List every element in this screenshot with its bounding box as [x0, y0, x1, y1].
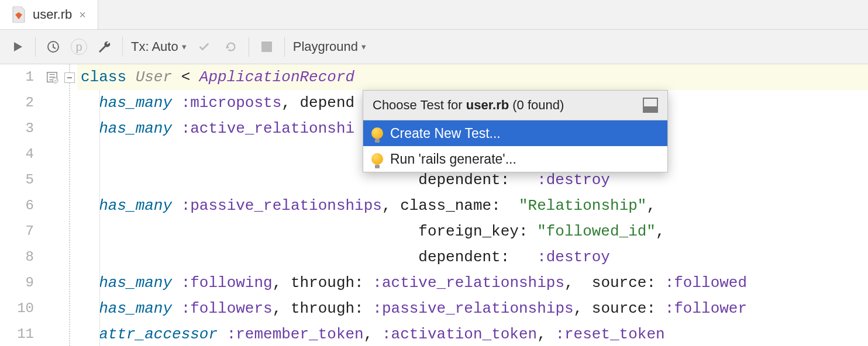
line-number: 7	[0, 219, 41, 244]
line-number: 1	[0, 64, 41, 90]
playground-dropdown[interactable]: Playground ▾	[293, 39, 366, 54]
ruby-file-icon	[12, 6, 26, 23]
wrench-icon[interactable]	[95, 37, 114, 56]
code-line: attr_accessor :remember_token, :activati…	[77, 321, 868, 346]
test-chooser-popup: Choose Test for user.rb (0 found) Create…	[363, 90, 668, 172]
popup-item-create-test[interactable]: Create New Test...	[363, 120, 667, 146]
line-number: 6	[0, 193, 41, 219]
p-icon[interactable]: p	[71, 39, 87, 55]
line-number: 2	[0, 90, 41, 116]
playground-label: Playground	[293, 39, 358, 54]
chevron-down-icon: ▾	[182, 41, 187, 52]
fold-toggle-icon[interactable]	[64, 72, 75, 83]
chevron-down-icon: ▾	[361, 41, 366, 52]
line-number: 5	[0, 167, 41, 193]
separator	[249, 37, 249, 57]
tx-label: Tx: Auto	[131, 39, 178, 54]
stop-icon[interactable]	[257, 37, 276, 56]
svg-point-3	[53, 78, 58, 83]
fold-gutter	[63, 64, 77, 346]
popup-title: Choose Test for user.rb (0 found)	[373, 98, 564, 113]
code-line: has_many :followers, through: :passive_r…	[77, 296, 868, 321]
popup-item-rails-generate[interactable]: Run 'rails generate'...	[363, 146, 667, 172]
lightbulb-icon	[371, 127, 383, 139]
code-line: has_many :following, through: :active_re…	[77, 270, 868, 296]
line-number: 8	[0, 244, 41, 270]
tab-label: user.rb	[33, 7, 72, 22]
line-number-gutter: 1 2 3 4 5 6 7 8 9 10 11	[0, 64, 41, 346]
code-line: has_many :passive_relationships, class_n…	[77, 193, 868, 219]
separator	[122, 37, 123, 57]
tx-mode-dropdown[interactable]: Tx: Auto ▾	[131, 39, 187, 54]
lightbulb-icon	[371, 153, 383, 165]
code-line: foreign_key: "followed_id",	[77, 219, 868, 244]
line-number: 11	[0, 321, 41, 346]
marker-gutter	[41, 64, 63, 346]
pin-icon[interactable]	[643, 98, 658, 113]
line-number: 9	[0, 270, 41, 296]
indent-guide	[99, 90, 100, 346]
separator	[35, 37, 36, 57]
svg-rect-1	[261, 41, 272, 52]
history-icon[interactable]	[44, 37, 63, 56]
line-number: 3	[0, 116, 41, 141]
popup-header: Choose Test for user.rb (0 found)	[363, 91, 667, 120]
play-icon[interactable]	[8, 37, 27, 56]
file-tab[interactable]: user.rb ×	[0, 0, 98, 29]
popup-item-label: Run 'rails generate'...	[390, 151, 516, 167]
code-line: class User < ApplicationRecord	[77, 64, 868, 90]
tab-bar: user.rb ×	[0, 0, 868, 30]
code-line: dependent: :destroy	[77, 244, 868, 270]
separator	[284, 37, 285, 57]
close-icon[interactable]: ×	[79, 8, 86, 22]
popup-item-label: Create New Test...	[390, 126, 501, 141]
line-number: 10	[0, 296, 41, 321]
line-number: 4	[0, 141, 41, 167]
commit-icon[interactable]	[195, 37, 213, 56]
run-marker-icon[interactable]	[41, 64, 63, 90]
toolbar: p Tx: Auto ▾ Playground ▾	[0, 30, 868, 64]
rollback-icon[interactable]	[222, 37, 240, 56]
